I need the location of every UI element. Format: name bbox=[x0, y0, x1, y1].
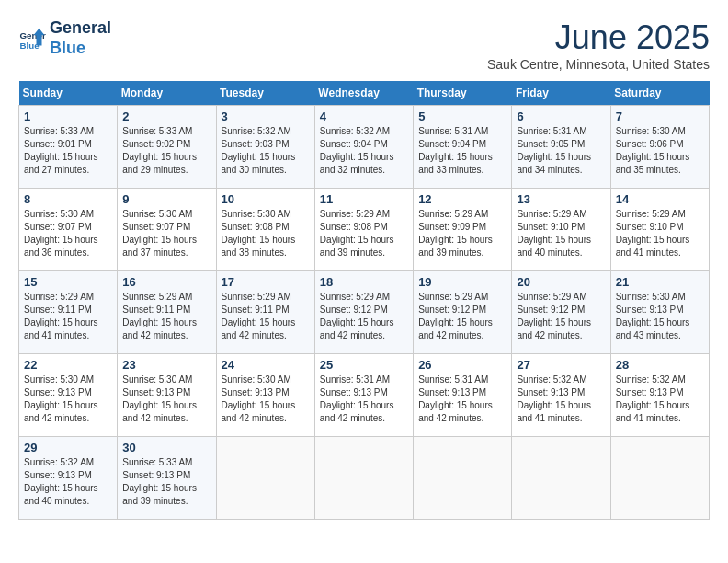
calendar-day-1: 1Sunrise: 5:33 AMSunset: 9:01 PMDaylight… bbox=[19, 106, 118, 189]
calendar-day-30: 30Sunrise: 5:33 AMSunset: 9:13 PMDayligh… bbox=[118, 437, 216, 520]
calendar-day-26: 26Sunrise: 5:31 AMSunset: 9:13 PMDayligh… bbox=[414, 354, 512, 437]
calendar-day-14: 14Sunrise: 5:29 AMSunset: 9:10 PMDayligh… bbox=[610, 189, 709, 271]
calendar-day-20: 20Sunrise: 5:29 AMSunset: 9:12 PMDayligh… bbox=[512, 271, 610, 354]
calendar-day-15: 15Sunrise: 5:29 AMSunset: 9:11 PMDayligh… bbox=[19, 271, 118, 354]
calendar-day-11: 11Sunrise: 5:29 AMSunset: 9:08 PMDayligh… bbox=[314, 189, 413, 271]
weekday-header-monday: Monday bbox=[118, 81, 216, 106]
logo-text: GeneralBlue bbox=[50, 18, 111, 58]
weekday-header-sunday: Sunday bbox=[19, 81, 118, 106]
calendar-empty bbox=[512, 437, 610, 520]
weekday-header-friday: Friday bbox=[512, 81, 610, 106]
calendar-day-23: 23Sunrise: 5:30 AMSunset: 9:13 PMDayligh… bbox=[118, 354, 216, 437]
calendar-week-3: 15Sunrise: 5:29 AMSunset: 9:11 PMDayligh… bbox=[19, 271, 710, 354]
calendar-day-25: 25Sunrise: 5:31 AMSunset: 9:13 PMDayligh… bbox=[314, 354, 413, 437]
svg-text:General: General bbox=[20, 30, 47, 40]
calendar-day-12: 12Sunrise: 5:29 AMSunset: 9:09 PMDayligh… bbox=[414, 189, 512, 271]
calendar-day-4: 4Sunrise: 5:32 AMSunset: 9:04 PMDaylight… bbox=[314, 106, 413, 189]
calendar-day-8: 8Sunrise: 5:30 AMSunset: 9:07 PMDaylight… bbox=[19, 189, 118, 271]
calendar-day-16: 16Sunrise: 5:29 AMSunset: 9:11 PMDayligh… bbox=[118, 271, 216, 354]
calendar-day-29: 29Sunrise: 5:32 AMSunset: 9:13 PMDayligh… bbox=[19, 437, 118, 520]
calendar-week-1: 1Sunrise: 5:33 AMSunset: 9:01 PMDaylight… bbox=[19, 106, 710, 189]
calendar-day-21: 21Sunrise: 5:30 AMSunset: 9:13 PMDayligh… bbox=[610, 271, 709, 354]
calendar-day-18: 18Sunrise: 5:29 AMSunset: 9:12 PMDayligh… bbox=[314, 271, 413, 354]
weekday-header-wednesday: Wednesday bbox=[314, 81, 413, 106]
calendar-week-5: 29Sunrise: 5:32 AMSunset: 9:13 PMDayligh… bbox=[19, 437, 710, 520]
calendar-day-3: 3Sunrise: 5:32 AMSunset: 9:03 PMDaylight… bbox=[216, 106, 314, 189]
calendar-empty bbox=[610, 437, 709, 520]
calendar-day-6: 6Sunrise: 5:31 AMSunset: 9:05 PMDaylight… bbox=[512, 106, 610, 189]
calendar-week-4: 22Sunrise: 5:30 AMSunset: 9:13 PMDayligh… bbox=[19, 354, 710, 437]
calendar-day-22: 22Sunrise: 5:30 AMSunset: 9:13 PMDayligh… bbox=[19, 354, 118, 437]
calendar-day-7: 7Sunrise: 5:30 AMSunset: 9:06 PMDaylight… bbox=[610, 106, 709, 189]
calendar-day-28: 28Sunrise: 5:32 AMSunset: 9:13 PMDayligh… bbox=[610, 354, 709, 437]
calendar-day-13: 13Sunrise: 5:29 AMSunset: 9:10 PMDayligh… bbox=[512, 189, 610, 271]
logo: General Blue GeneralBlue bbox=[18, 18, 111, 58]
calendar-week-2: 8Sunrise: 5:30 AMSunset: 9:07 PMDaylight… bbox=[19, 189, 710, 271]
logo-icon: General Blue bbox=[18, 25, 46, 52]
calendar-day-24: 24Sunrise: 5:30 AMSunset: 9:13 PMDayligh… bbox=[216, 354, 314, 437]
weekday-header-thursday: Thursday bbox=[414, 81, 512, 106]
calendar-empty bbox=[216, 437, 314, 520]
calendar-day-27: 27Sunrise: 5:32 AMSunset: 9:13 PMDayligh… bbox=[512, 354, 610, 437]
title-block: June 2025 Sauk Centre, Minnesota, United… bbox=[487, 18, 710, 72]
calendar-empty bbox=[314, 437, 413, 520]
calendar-day-10: 10Sunrise: 5:30 AMSunset: 9:08 PMDayligh… bbox=[216, 189, 314, 271]
calendar-day-9: 9Sunrise: 5:30 AMSunset: 9:07 PMDaylight… bbox=[118, 189, 216, 271]
calendar-day-19: 19Sunrise: 5:29 AMSunset: 9:12 PMDayligh… bbox=[414, 271, 512, 354]
calendar-day-5: 5Sunrise: 5:31 AMSunset: 9:04 PMDaylight… bbox=[414, 106, 512, 189]
calendar-day-17: 17Sunrise: 5:29 AMSunset: 9:11 PMDayligh… bbox=[216, 271, 314, 354]
weekday-header-tuesday: Tuesday bbox=[216, 81, 314, 106]
calendar-table: SundayMondayTuesdayWednesdayThursdayFrid… bbox=[18, 81, 710, 520]
page-header: General Blue GeneralBlue June 2025 Sauk … bbox=[18, 18, 710, 72]
weekday-header-saturday: Saturday bbox=[610, 81, 709, 106]
calendar-empty bbox=[414, 437, 512, 520]
calendar-day-2: 2Sunrise: 5:33 AMSunset: 9:02 PMDaylight… bbox=[118, 106, 216, 189]
weekday-header-row: SundayMondayTuesdayWednesdayThursdayFrid… bbox=[19, 81, 710, 106]
location: Sauk Centre, Minnesota, United States bbox=[487, 57, 710, 72]
month-title: June 2025 bbox=[487, 18, 710, 57]
